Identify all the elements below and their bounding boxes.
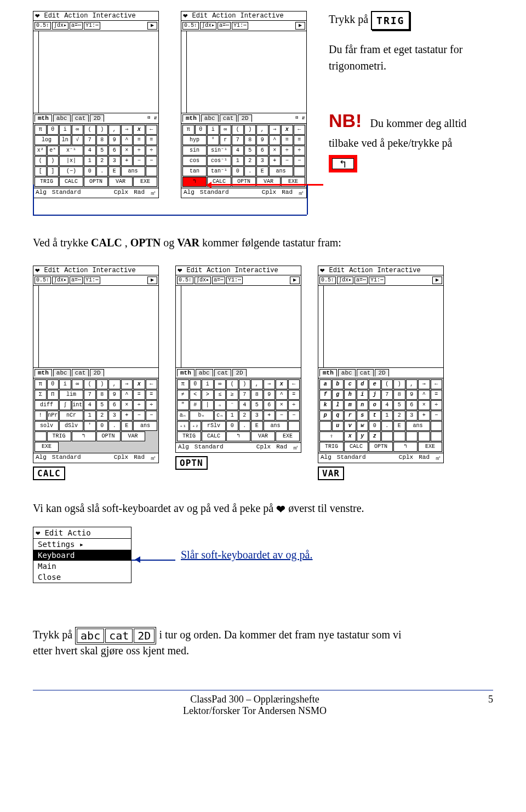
key[interactable]: 4: [381, 400, 393, 410]
menu-interactive[interactable]: Interactive: [92, 12, 135, 20]
key[interactable]: (−): [59, 166, 83, 176]
key-back[interactable]: ↰: [393, 442, 418, 452]
menu-action[interactable]: Action: [64, 267, 88, 274]
tab-cat[interactable]: cat: [220, 114, 237, 122]
menu-interactive[interactable]: Interactive: [92, 267, 135, 274]
key[interactable]: ,: [251, 379, 263, 389]
toolbar-btn[interactable]: a=⋯: [218, 22, 231, 30]
key[interactable]: 6: [406, 400, 418, 410]
toolbar-scroll[interactable]: ▶: [295, 22, 305, 30]
key[interactable]: 1: [232, 156, 244, 166]
menu-action[interactable]: Action: [349, 267, 373, 274]
key[interactable]: 8: [244, 135, 256, 145]
key[interactable]: ÷: [431, 400, 443, 410]
key[interactable]: [294, 166, 306, 176]
key[interactable]: .: [239, 421, 251, 431]
toolbar-btn[interactable]: ∫dx▸: [52, 22, 68, 30]
key[interactable]: w: [357, 421, 369, 431]
key[interactable]: 2: [239, 411, 251, 421]
key[interactable]: ÷: [281, 146, 293, 156]
toolbar-scroll[interactable]: ▶: [147, 22, 157, 30]
tab-2d[interactable]: 2D: [90, 114, 104, 122]
key[interactable]: i: [207, 125, 219, 135]
key[interactable]: aₙ: [177, 411, 189, 421]
toolbar-btn[interactable]: Y1:⋯: [232, 22, 248, 30]
key-trig[interactable]: TRIG: [177, 431, 201, 441]
key-var[interactable]: VAR: [251, 431, 275, 441]
key-exe[interactable]: EXE: [276, 431, 300, 441]
key[interactable]: ÷: [288, 400, 300, 410]
menu-edit[interactable]: Edit: [44, 267, 60, 274]
tab-abc[interactable]: abc: [338, 369, 356, 377]
key[interactable]: nPr: [47, 411, 59, 421]
key[interactable]: lim: [59, 390, 83, 400]
tab-mth[interactable]: mth: [182, 114, 200, 122]
key-ans[interactable]: ans: [269, 166, 293, 176]
key[interactable]: ×: [418, 400, 430, 410]
key[interactable]: 8: [96, 390, 108, 400]
key[interactable]: >: [202, 390, 214, 400]
tab-abc[interactable]: abc: [196, 369, 213, 377]
key[interactable]: ×: [276, 400, 288, 410]
menu-edit[interactable]: Edit: [329, 267, 345, 274]
key[interactable]: −: [281, 156, 293, 166]
key[interactable]: θ: [47, 125, 59, 135]
tab-abc[interactable]: abc: [53, 369, 71, 377]
key[interactable]: =: [288, 390, 300, 400]
key[interactable]: e: [369, 379, 381, 389]
key[interactable]: 0: [84, 166, 96, 176]
key[interactable]: −: [276, 411, 288, 421]
key[interactable]: j: [369, 390, 381, 400]
key[interactable]: +: [121, 156, 133, 166]
tab-mth[interactable]: mth: [35, 369, 52, 377]
menu-edit[interactable]: Edit: [192, 12, 208, 20]
key[interactable]: 2: [244, 156, 256, 166]
key-calc[interactable]: CALC: [344, 442, 368, 452]
menu-action[interactable]: Action: [212, 12, 236, 20]
key[interactable]: x: [133, 125, 145, 135]
key[interactable]: (: [232, 125, 244, 135]
key[interactable]: o: [369, 400, 381, 410]
tab-2d[interactable]: 2D: [232, 369, 246, 377]
key-optn[interactable]: OPTN: [84, 177, 108, 187]
key[interactable]: E: [251, 421, 263, 431]
key[interactable]: 4: [239, 400, 251, 410]
tab-abc[interactable]: abc: [201, 114, 219, 122]
key[interactable]: ≤: [214, 390, 226, 400]
key-calc[interactable]: CALC: [59, 177, 83, 187]
key[interactable]: eˣ: [47, 146, 59, 156]
key[interactable]: ^: [418, 390, 430, 400]
menu-item-keyboard[interactable]: Keyboard: [33, 550, 131, 561]
key[interactable]: °: [207, 135, 219, 145]
key[interactable]: (: [226, 379, 238, 389]
key[interactable]: −: [146, 156, 158, 166]
key[interactable]: i: [202, 379, 214, 389]
key[interactable]: cₙ: [214, 411, 226, 421]
key[interactable]: h: [344, 390, 356, 400]
menu-item-main[interactable]: Main: [33, 561, 131, 572]
menu-item-settings[interactable]: Settings ▸: [33, 539, 131, 550]
key[interactable]: ∞: [214, 379, 226, 389]
key[interactable]: (: [84, 379, 96, 389]
key-shift[interactable]: ⇧: [319, 431, 344, 441]
key[interactable]: ∞: [72, 125, 84, 135]
key[interactable]: x: [344, 431, 356, 441]
key[interactable]: ): [244, 125, 256, 135]
key[interactable]: ans: [264, 421, 288, 431]
key[interactable]: =: [294, 135, 306, 145]
key[interactable]: ≠: [177, 390, 189, 400]
key[interactable]: ∫: [59, 400, 71, 410]
key[interactable]: 1: [226, 411, 238, 421]
key[interactable]: 7: [232, 135, 244, 145]
key[interactable]: 8: [251, 390, 263, 400]
key[interactable]: a: [319, 379, 331, 389]
key[interactable]: ←: [146, 379, 158, 389]
key[interactable]: ∞: [220, 125, 232, 135]
key[interactable]: 9: [108, 390, 121, 400]
key[interactable]: =: [133, 135, 145, 145]
key[interactable]: [393, 431, 405, 441]
key[interactable]: ans: [406, 421, 430, 431]
key[interactable]: i: [357, 390, 369, 400]
key[interactable]: π: [35, 125, 47, 135]
key-exe[interactable]: EXE: [418, 442, 442, 452]
